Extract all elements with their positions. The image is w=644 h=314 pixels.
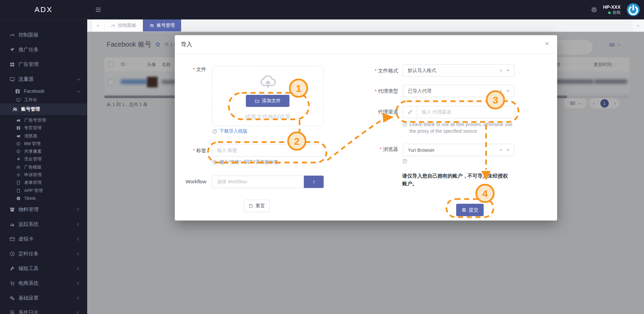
theme-toggle-sun-icon[interactable] [590,6,598,13]
add-file-button[interactable]: 添加文件 [246,95,289,107]
pencil-icon [408,110,413,115]
reset-button[interactable]: 重置 [244,200,270,212]
sidebar-item-11[interactable]: 共享像素 [0,147,87,155]
tab-1[interactable]: 账号管理 [143,19,181,32]
sidebar-item-16[interactable]: APP 管理 [0,187,87,194]
topbar: HP-XXX 在线 [87,0,644,19]
cart-icon [9,280,15,286]
sidebar-item-4[interactable]: Facebook [0,86,87,96]
submit-label: 提交 [469,207,478,213]
file-label: 文件 [163,66,206,73]
sidebar-item-label: 共享像素 [24,148,42,154]
file-format-select[interactable]: 默认导入格式 × [403,64,515,77]
play-icon [16,196,21,201]
copyright-icon [16,149,21,154]
reset-icon [248,203,253,208]
sidebar-item-7[interactable]: 广告号管理 [0,116,87,124]
add-file-label: 添加文件 [262,98,281,104]
tag-help-row: 键入"空格"+"回车"添加新标签。 [212,159,283,165]
sidebar-item-10[interactable]: BM 管理 [0,140,87,147]
sidebar-item-23[interactable]: 电商系统 [0,276,87,291]
browser-select[interactable]: Yuri Browser × [403,144,515,156]
tabs-scroll-left[interactable]: « [92,19,104,32]
location-arrow-icon [16,157,21,162]
sidebar-item-25[interactable]: 系统日志 [0,306,87,314]
tab-label: 账号管理 [157,22,175,28]
clear-icon[interactable]: × [499,147,502,152]
sidebar-item-19[interactable]: 追踪系统 [0,217,87,232]
proxy-type-select[interactable]: 已导入代理 × [403,85,515,97]
sidebar-item-14[interactable]: 申诉管理 [0,171,87,179]
sidebar-item-12[interactable]: 受众管理 [0,155,87,163]
facebook-icon [15,88,20,94]
menu-icon[interactable] [95,6,102,13]
sidebar-item-label: 虚拟卡 [18,236,34,242]
sidebar-item-22[interactable]: 辅助工具 [0,261,87,276]
download-template-link[interactable]: 下载导入模版 [219,128,248,134]
folder-icon [255,99,260,104]
tab-0[interactable]: 控制面板 [104,19,143,32]
modal-divider [175,54,557,54]
proxy-channel-input[interactable]: 输入 代理渠道 [403,106,515,118]
sidebar-item-8[interactable]: 专页管理 [0,124,87,132]
sidebar-item-15[interactable]: 表单管理 [0,179,87,187]
sidebar-item-label: 表单管理 [24,180,42,186]
columns-icon [16,165,21,170]
dashboard-icon [9,32,15,38]
template-link-row: 下载导入模版 [212,128,248,134]
sidebar-item-6[interactable]: 账号管理 [0,104,87,115]
sidebar-item-17[interactable]: Tiktok [0,194,87,202]
sidebar-item-20[interactable]: 虚拟卡 [0,232,87,247]
clear-icon[interactable]: × [499,88,502,93]
monitor-icon [9,76,15,82]
workflow-select[interactable]: 选择 Workflow [212,176,304,188]
workflow-upload-button[interactable]: ↑ [304,176,324,188]
tab-label: 控制面板 [118,22,136,28]
sidebar-item-21[interactable]: 定时任务 [0,247,87,261]
proxy-type-label: 代理类型 [355,88,398,95]
sidebar-item-label: 物料管理 [18,206,39,213]
import-modal: 导入 × 文件 添加文件 或将文件拖到这里 下载导入模版 标签 输入 标签 键入… [175,35,557,221]
file-dropzone[interactable]: 添加文件 或将文件拖到这里 [212,66,324,126]
send-icon [9,47,15,53]
sidebar-item-3[interactable]: 流量源 [0,72,87,86]
sidebar-item-2[interactable]: 广告管理 [0,57,87,72]
proxy-channel-placeholder: 输入 代理渠道 [422,109,451,115]
tag-placeholder: 输入 标签 [217,147,237,153]
chevron-left-icon [77,208,80,211]
sidebar-item-18[interactable]: 物料管理 [0,202,87,217]
tabs-scroll-right[interactable]: » [632,19,644,32]
wrench-icon [9,266,15,271]
tag-input[interactable]: 输入 标签 [212,144,324,156]
sidebar-item-label: Facebook [24,88,44,94]
close-icon[interactable]: × [545,40,549,47]
sidebar-item-label: 工作台 [24,97,37,103]
sidebar-item-label: 账号管理 [21,106,40,112]
file-format-value: 默认导入格式 [408,68,436,74]
proxy-channel-help-text: Leave blank to use all free proxies, oth… [410,121,516,135]
clear-icon[interactable]: × [499,68,502,73]
submit-button[interactable]: 提交 [456,204,484,216]
caret-down-icon [506,149,510,151]
sidebar-item-1[interactable]: 推广任务 [0,42,87,57]
browser-help-icon[interactable] [402,159,408,164]
sidebar-item-5[interactable]: 工作台 [0,96,87,104]
chevron-left-icon [77,267,80,270]
gears-icon [9,295,15,301]
sidebar-item-label: 申诉管理 [24,172,42,178]
cloud-upload-icon [259,72,277,89]
sidebar-item-0[interactable]: 控制面板 [0,27,87,42]
proxy-channel-label: 代理渠道 [355,109,398,115]
sidebar-item-24[interactable]: 基础设置 [0,291,87,306]
grid-icon [9,62,15,67]
sidebar-item-label: 辅助工具 [18,265,39,272]
monitor-icon [16,98,21,102]
app-root: ADX 控制面板推广任务广告管理流量源Facebook工作台账号管理广告号管理专… [0,0,644,314]
workflow-placeholder: 选择 Workflow [217,179,247,185]
sidebar-item-13[interactable]: 广告模版 [0,163,87,171]
user-box[interactable]: HP-XXX 在线 [603,4,621,15]
sidebar-item-9[interactable]: 浏览器 [0,132,87,140]
avatar-power-icon[interactable] [626,2,641,17]
sidebar: ADX 控制面板推广任务广告管理流量源Facebook工作台账号管理广告号管理专… [0,0,87,314]
clock-icon [9,251,15,257]
